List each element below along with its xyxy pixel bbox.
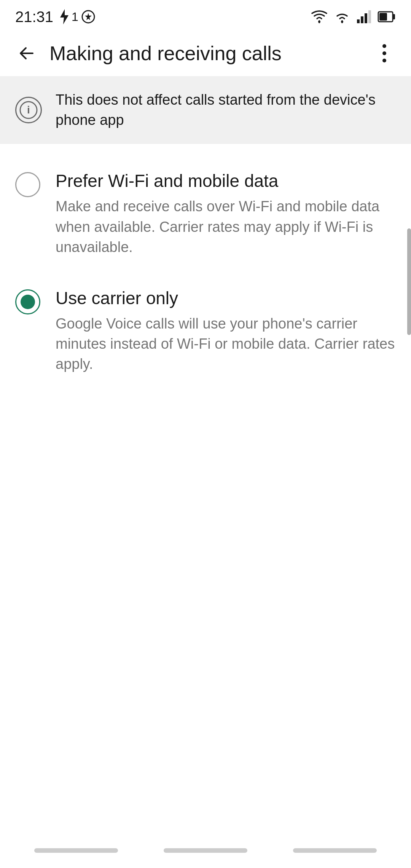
svg-rect-5 [365, 13, 367, 23]
dot-3 [382, 59, 386, 62]
info-circle-icon: i [19, 101, 38, 120]
svg-rect-8 [393, 14, 395, 19]
svg-point-2 [341, 21, 343, 23]
option-wifi-desc: Make and receive calls over Wi-Fi and mo… [56, 196, 396, 257]
info-banner: i This does not affect calls started fro… [0, 76, 411, 144]
battery-icon [378, 10, 396, 24]
option-carrier-title: Use carrier only [56, 288, 396, 308]
svg-rect-9 [379, 13, 387, 21]
page-title: Making and receiving calls [49, 42, 369, 65]
signal-icon [356, 10, 372, 24]
status-left: 21:31 1 [15, 8, 96, 26]
svg-point-1 [318, 21, 320, 23]
status-right [311, 10, 396, 24]
notification-icon [81, 9, 96, 24]
radio-wifi[interactable] [15, 172, 40, 197]
scrollbar[interactable] [407, 228, 411, 335]
radio-carrier-fill [21, 295, 35, 309]
dot-2 [382, 51, 386, 55]
more-options-button[interactable] [369, 38, 400, 69]
status-icons-left: 1 [59, 8, 96, 25]
option-carrier-desc: Google Voice calls will use your phone's… [56, 314, 396, 375]
svg-rect-4 [361, 16, 363, 23]
option-carrier[interactable]: Use carrier only Google Voice calls will… [0, 273, 411, 390]
svg-rect-6 [368, 10, 371, 23]
nav-pill-1 [34, 848, 118, 853]
nav-pill-2 [164, 848, 247, 853]
option-wifi-title: Prefer Wi-Fi and mobile data [56, 171, 396, 191]
status-time: 21:31 [15, 8, 53, 26]
dot-1 [382, 44, 386, 48]
options-container: Prefer Wi-Fi and mobile data Make and re… [0, 148, 411, 397]
wifi-icon-2 [333, 10, 351, 24]
svg-text:i: i [27, 104, 30, 116]
status-bar: 21:31 1 [0, 0, 411, 30]
option-wifi-content: Prefer Wi-Fi and mobile data Make and re… [56, 171, 396, 257]
sim-badge: 1 [72, 10, 78, 24]
nav-pill-3 [293, 848, 377, 853]
option-wifi[interactable]: Prefer Wi-Fi and mobile data Make and re… [0, 155, 411, 273]
wifi-icon-1 [311, 10, 328, 24]
back-arrow-icon [17, 43, 37, 63]
option-carrier-content: Use carrier only Google Voice calls will… [56, 288, 396, 375]
info-icon: i [15, 97, 42, 123]
lightning-icon [59, 8, 69, 25]
bottom-nav [0, 848, 411, 853]
svg-rect-3 [357, 19, 360, 23]
info-text: This does not affect calls started from … [56, 90, 396, 130]
radio-carrier[interactable] [15, 289, 40, 314]
app-bar: Making and receiving calls [0, 30, 411, 76]
back-button[interactable] [11, 38, 42, 69]
